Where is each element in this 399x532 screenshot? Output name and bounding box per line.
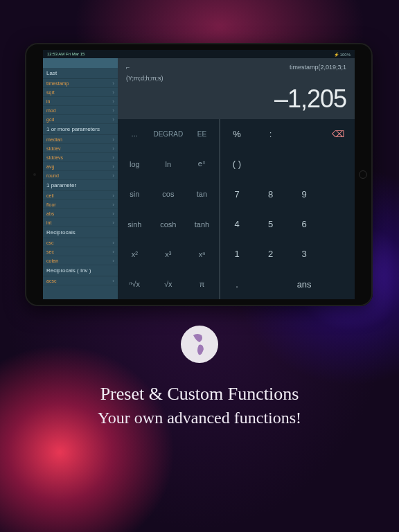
num-key[interactable]: 5 [254,209,287,239]
sidebar-item[interactable]: avg› [43,162,118,171]
sidebar-group-header: Reciprocals [43,227,118,238]
sci-key[interactable]: x² [118,239,152,269]
num-key[interactable]: 3 [287,239,321,269]
sidebar-item-label: gcd [46,117,54,122]
sidebar-item[interactable]: ln› [43,97,118,106]
sci-key[interactable]: eˣ [185,149,219,179]
chevron-right-icon: › [112,211,114,217]
sidebar-item[interactable]: csc› [43,238,118,247]
sidebar-item[interactable]: sqrt› [43,88,118,97]
num-key[interactable] [254,269,287,299]
sci-key[interactable]: EE [185,119,219,149]
sidebar-item[interactable]: abs› [43,209,118,218]
sidebar-item[interactable]: timestamp› [43,79,118,88]
chevron-right-icon: › [112,116,114,123]
num-key[interactable] [254,149,287,179]
num-key[interactable]: : [254,119,287,149]
sidebar-item-label: floor [46,202,56,207]
sci-key[interactable]: √x [152,269,186,299]
sidebar-item[interactable]: sec› [43,247,118,256]
sidebar-item[interactable]: median› [43,135,118,144]
ipad-frame: 12:53 AM Fri Mar 15 ⚡ 100% Lasttimestamp… [25,43,373,306]
status-left: 12:53 AM Fri Mar 15 [47,52,85,56]
sidebar-item-label: ceil [46,193,54,198]
num-key[interactable]: . [220,269,254,299]
sidebar-item-label: round [46,173,59,178]
sidebar-item-label: cotan [46,258,58,263]
sidebar-item[interactable]: stddevs› [43,153,118,162]
sidebar-item[interactable]: round› [43,171,118,180]
num-key[interactable] [287,149,321,179]
status-right: ⚡ 100% [334,52,351,57]
chevron-right-icon: › [112,163,114,170]
num-key[interactable]: 2 [254,239,287,269]
chevron-right-icon: › [112,154,114,161]
sci-key[interactable]: cosh [152,209,186,239]
chevron-right-icon: › [112,145,114,152]
sidebar-item[interactable]: floor› [43,200,118,209]
status-bar: 12:53 AM Fri Mar 15 ⚡ 100% [43,50,355,58]
sidebar-item-label: ln [46,99,50,104]
chevron-right-icon: › [112,98,114,105]
chevron-right-icon: › [112,220,114,226]
sci-key[interactable]: x³ [152,239,186,269]
chevron-right-icon: › [112,278,114,284]
sci-key[interactable]: cos [152,179,186,209]
sci-key[interactable]: ⁿ√x [118,269,152,299]
num-key[interactable]: 9 [287,179,321,209]
sidebar-item-label: sqrt [46,90,55,95]
sci-key[interactable]: tan [185,179,219,209]
chevron-right-icon: › [112,249,114,255]
num-key[interactable]: ans [287,269,321,299]
sidebar-item-label: stddev [46,146,61,151]
display-cursor: ⌐ [126,64,130,73]
sci-key[interactable]: … [118,119,152,149]
sidebar-item[interactable]: gcd› [43,115,118,124]
sci-key[interactable]: tanh [185,209,219,239]
screen: 12:53 AM Fri Mar 15 ⚡ 100% Lasttimestamp… [43,50,355,299]
num-key[interactable]: 7 [220,179,254,209]
chevron-right-icon: › [112,172,114,179]
sci-key[interactable]: π [185,269,219,299]
chevron-right-icon: › [112,202,114,208]
sci-key[interactable]: ln [152,149,186,179]
sidebar-item-label: timestamp [46,81,69,86]
promo-line-2: Your own advanced functions! [0,409,399,427]
keypad: …DEGRADEE%:⌫loglneˣ( )sincostan789sinhco… [118,119,355,299]
sidebar-item-label: sec [46,249,54,254]
sidebar-item-label: csc [46,240,54,245]
chevron-right-icon: › [112,80,114,87]
num-key[interactable]: % [220,119,254,149]
sci-key[interactable]: sinh [118,209,152,239]
promo-line-1: Preset & Custom Functions [0,384,399,405]
num-key[interactable]: 1 [220,239,254,269]
camera-dot [33,173,36,176]
sci-key[interactable]: log [118,149,152,179]
calc-display: ⌐ timestamp(2,019;3;1 (Y;m;d;h;m;s) –1,2… [118,58,355,119]
promo-section: Preset & Custom Functions Your own advan… [0,326,399,427]
sidebar-item-label: stddevs [46,155,63,160]
num-key[interactable]: ( ) [220,149,254,179]
main-pane: ⌐ timestamp(2,019;3;1 (Y;m;d;h;m;s) –1,2… [118,58,355,299]
num-key[interactable]: 8 [254,179,287,209]
sidebar-item[interactable]: mod› [43,106,118,115]
display-signature: (Y;m;d;h;m;s) [126,75,346,82]
backspace-key[interactable]: ⌫ [321,119,355,149]
sidebar-item[interactable]: ceil› [43,191,118,200]
globe-icon [181,326,218,363]
chevron-right-icon: › [112,258,114,264]
home-button[interactable] [359,170,367,179]
num-key[interactable]: 6 [287,209,321,239]
sidebar-item[interactable]: acsc› [43,276,118,285]
num-key[interactable]: 4 [220,209,254,239]
chevron-right-icon: › [112,193,114,199]
sci-key[interactable]: sin [118,179,152,209]
sci-key[interactable]: xⁿ [185,239,219,269]
sidebar-item[interactable]: int› [43,218,118,227]
svg-point-0 [184,329,215,360]
sidebar-item-label: mod [46,108,56,113]
sidebar-item-label: median [46,137,62,142]
sidebar-item[interactable]: cotan› [43,256,118,265]
sci-key[interactable]: DEGRAD [152,119,186,149]
sidebar-item[interactable]: stddev› [43,144,118,153]
